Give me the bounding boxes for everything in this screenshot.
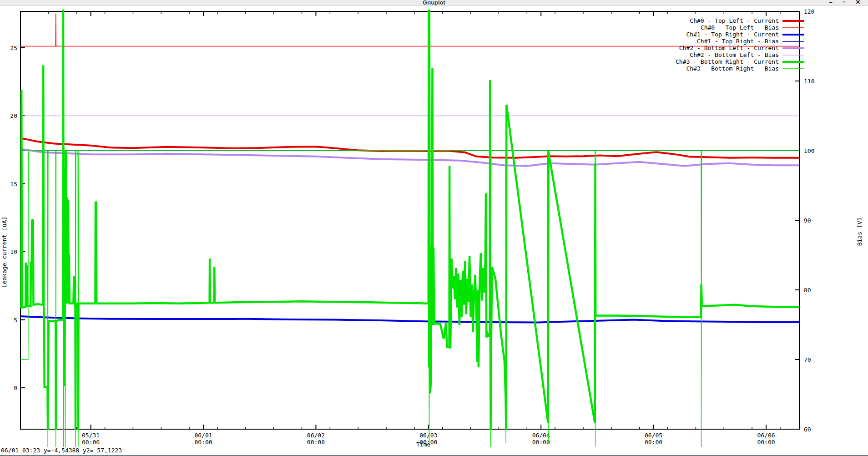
x-tick-label-date: 06/02 [307,432,325,439]
x-tick-label-date: 06/04 [532,432,550,439]
y1-tick-label: 0 [14,385,17,391]
window-title: Gnuplot [0,0,868,6]
legend-label: Ch#2 - Bottom Left - Current [679,45,779,51]
mouse-coordinates-readout: 06/01 03:23 y=-4,54388 y2= 57,1223 [1,447,122,454]
y1-tick-label: 10 [10,248,17,255]
x-tick-label-time: 00:00 [645,439,662,446]
x-tick-label-date: 06/06 [757,432,775,439]
y1-tick-label: 5 [14,317,17,324]
plot-border [20,11,799,429]
series-line-ch-3-bottom-right-bias [20,151,799,448]
y1-tick-label: 20 [10,112,17,119]
legend-label: Ch#3 - Bottom Right - Current [676,58,779,65]
x-tick-label-time: 00:00 [757,439,775,446]
x-tick-label-date: 06/05 [645,432,662,439]
y2-tick-label: 100 [804,147,814,154]
y2-tick-label: 120 [804,8,814,15]
minimize-button[interactable]: – [826,0,835,6]
legend-label: Ch#1 - Top Right - Bias [697,38,779,45]
y1-tick-label: 25 [10,45,17,51]
y2-tick-label: 80 [804,287,811,294]
y2-tick-label: 70 [804,356,811,363]
legend-label: Ch#1 - Top Right - Current [686,31,779,38]
x-tick-label-time: 00:00 [82,439,100,446]
y1-axis-title: Leakage current [uA] [1,217,8,288]
x-tick-label-time: 00:00 [532,439,550,446]
y2-tick-label: 90 [804,217,811,224]
x-tick-label-date: 05/31 [82,432,100,439]
window-titlebar: Gnuplot – ▫ ✕ [0,0,868,6]
y2-tick-label: 110 [804,78,814,85]
legend-label: Ch#0 - Top Left - Bias [701,24,779,31]
legend-label: Ch#3 - Bottom Right - Bias [686,65,779,72]
close-button[interactable]: ✕ [853,0,863,6]
status-bar: 06/01 03:23 y=-4,54388 y2= 57,1223 [0,447,868,456]
series-line-ch-3-bottom-right-current [20,10,799,430]
x-tick-label-time: 00:00 [307,439,325,446]
legend-label: Ch#2 - Bottom Left - Bias [690,51,779,58]
legend-label: Ch#0 - Top Left - Current [690,17,779,24]
x-tick-label-date: 06/03 [419,432,437,439]
x-tick-label-time: 00:00 [194,439,212,446]
series-line-ch-0-top-left-bias [20,14,799,46]
x-tick-label-date: 06/01 [194,432,212,439]
y2-tick-label: 60 [804,426,811,433]
plot-canvas[interactable]: 05/3100:0006/0100:0006/0200:0006/0300:00… [0,6,868,448]
y2-axis-title: Bias [V] [856,218,863,246]
y1-tick-label: 15 [10,181,17,187]
gnuplot-chart[interactable]: 05/3100:0006/0100:0006/0200:0006/0300:00… [0,6,868,448]
maximize-button[interactable]: ▫ [840,0,849,6]
